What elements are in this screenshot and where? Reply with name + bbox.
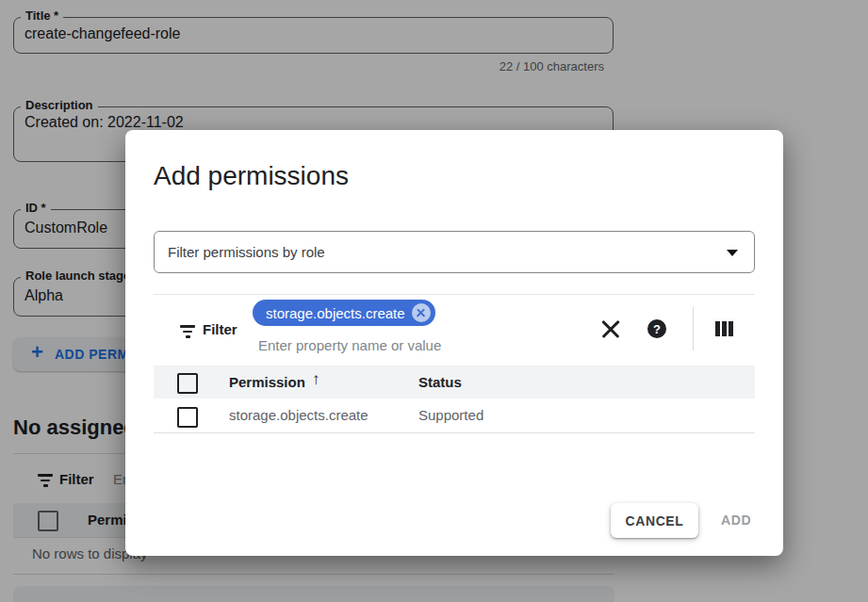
dialog-title: Add permissions bbox=[154, 161, 349, 191]
filter-icon bbox=[180, 325, 195, 338]
filter-chip-label: storage.objects.create bbox=[266, 305, 405, 321]
toolbar-divider bbox=[693, 307, 694, 350]
dialog-table-header: Permission ↑ Status bbox=[154, 366, 755, 399]
chevron-down-icon bbox=[727, 250, 738, 256]
add-button[interactable]: ADD bbox=[721, 513, 751, 528]
status-column-header[interactable]: Status bbox=[418, 374, 462, 390]
permission-column-header[interactable]: Permission bbox=[229, 374, 305, 390]
row-checkbox[interactable] bbox=[177, 407, 198, 428]
filter-chip-storage-objects-create[interactable]: storage.objects.create bbox=[253, 300, 435, 326]
page: Title * create-changefeed-role 22 / 100 … bbox=[0, 0, 868, 602]
row-status-cell: Supported bbox=[418, 407, 483, 423]
table-row[interactable]: storage.objects.create Supported bbox=[154, 399, 755, 433]
divider bbox=[154, 294, 755, 295]
clear-filter-icon[interactable] bbox=[600, 318, 621, 339]
sort-ascending-icon[interactable]: ↑ bbox=[312, 370, 320, 389]
dialog-filter-label: Filter bbox=[203, 321, 237, 337]
role-select-value: Filter permissions by role bbox=[168, 244, 325, 260]
select-all-checkbox[interactable] bbox=[177, 373, 198, 394]
help-icon[interactable]: ? bbox=[647, 319, 666, 338]
row-permission-cell: storage.objects.create bbox=[229, 407, 368, 423]
dialog-filter-input[interactable]: Enter property name or value bbox=[258, 337, 441, 353]
column-display-options-icon[interactable] bbox=[715, 321, 733, 336]
filter-permissions-by-role-select[interactable]: Filter permissions by role bbox=[154, 231, 755, 273]
chip-remove-icon[interactable] bbox=[412, 303, 431, 322]
add-permissions-dialog: Add permissions Filter permissions by ro… bbox=[125, 130, 783, 556]
cancel-button[interactable]: CANCEL bbox=[611, 503, 698, 538]
